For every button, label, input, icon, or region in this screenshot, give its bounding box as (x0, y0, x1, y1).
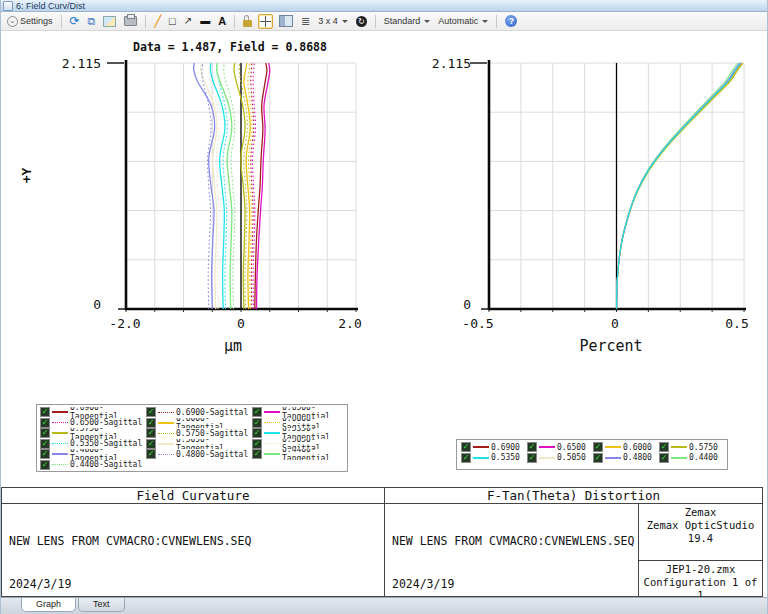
wavelength-checkbox-icon[interactable]: ✓ (527, 453, 537, 463)
curve-0.6500-Tangential (257, 63, 270, 309)
wavelength-checkbox-icon[interactable]: ✓ (146, 428, 156, 438)
grid-size-label: 3 x 4 (318, 16, 338, 26)
legend-item: ✓0.6900 (461, 442, 527, 453)
legend-line-sample (264, 453, 280, 455)
lock-button[interactable] (241, 15, 254, 28)
legend-line-sample (158, 443, 174, 445)
legend-item: ✓0.4400 (659, 453, 725, 464)
printer-icon (124, 16, 137, 26)
legend-label: 0.4800-Tangential (70, 449, 146, 460)
view-tabbar: Graph Text (1, 597, 767, 614)
dash-tool-icon: ▬ (200, 16, 210, 26)
legend-label: 0.5050-Sagittal (282, 439, 346, 450)
refresh-icon: ⟳ (70, 15, 80, 27)
dropdown-arrow-icon (482, 20, 488, 23)
split-view-button[interactable] (258, 14, 273, 29)
info-line: NEW LENS FROM CVMACRO:CVNEWLENS.SEQ (9, 534, 334, 548)
window-layout-button[interactable] (277, 14, 295, 28)
x-axis-title: Percent (551, 337, 671, 355)
wavelength-checkbox-icon[interactable]: ✓ (40, 418, 50, 428)
refresh-button[interactable]: ⟳ (68, 14, 82, 28)
wavelength-checkbox-icon[interactable]: ✓ (40, 407, 50, 417)
legend-line-sample (52, 453, 68, 455)
titlebar[interactable]: 6: Field Curv/Dist (1, 0, 767, 12)
settings-dropdown[interactable]: ⌄ Settings (5, 15, 55, 28)
arrow-tool-icon: ↗ (184, 16, 192, 26)
history-button[interactable]: ↻ (354, 15, 369, 28)
wavelength-checkbox-icon[interactable]: ✓ (252, 449, 262, 459)
grid-size-dropdown[interactable]: 3 x 4 (316, 15, 350, 27)
legend-line-sample (158, 422, 174, 424)
wavelength-checkbox-icon[interactable]: ✓ (146, 439, 156, 449)
wavelength-checkbox-icon[interactable]: ✓ (252, 439, 262, 449)
legend-line-sample (52, 443, 68, 444)
wavelength-checkbox-icon[interactable]: ✓ (40, 449, 50, 459)
stack-button[interactable]: ≣ (299, 15, 312, 27)
draw-arrow-button[interactable]: ↗ (182, 15, 194, 27)
print-button[interactable] (122, 15, 139, 27)
wavelength-checkbox-icon[interactable]: ✓ (252, 407, 262, 417)
add-text-button[interactable]: A (216, 15, 228, 28)
legend-label: 0.5050-Tangential (176, 439, 252, 450)
y-axis-max-label: 2.115 (53, 56, 101, 71)
copy-button[interactable]: ⧉ (86, 15, 98, 28)
toolbar-separator (375, 15, 376, 28)
legend-item: ✓0.6000-Tangential (146, 418, 252, 429)
toolbar-separator (61, 15, 62, 28)
legend-line-sample (158, 433, 174, 434)
distortion-curve-0.6000 (617, 63, 743, 309)
wavelength-checkbox-icon[interactable]: ✓ (146, 449, 156, 459)
legend-grid: ✓0.6900-Tangential✓0.6900-Sagittal✓0.650… (40, 407, 344, 470)
x-tick-label: -2.0 (95, 316, 155, 331)
wavelength-checkbox-icon[interactable]: ✓ (40, 428, 50, 438)
standard-dropdown[interactable]: Standard (382, 15, 433, 27)
wavelength-checkbox-icon[interactable]: ✓ (659, 453, 669, 463)
y-axis-max-label: 2.115 (423, 56, 471, 71)
legend-item: ✓0.5050-Tangential (146, 439, 252, 450)
tab-text[interactable]: Text (78, 598, 125, 612)
four-panes-icon (260, 16, 271, 27)
tab-graph[interactable]: Graph (21, 598, 76, 612)
help-button[interactable]: ? (503, 14, 519, 28)
legend-label: 0.6500 (557, 443, 586, 452)
info-line: NEW LENS FROM CVMACRO:CVNEWLENS.SEQ (392, 534, 634, 548)
legend-item: ✓0.6900-Tangential (40, 407, 146, 418)
distortion-legend: ✓0.6900✓0.6500✓0.6000✓0.5750✓0.5350✓0.50… (456, 439, 728, 470)
wavelength-checkbox-icon[interactable]: ✓ (40, 460, 50, 470)
y-axis-min-label: 0 (446, 297, 471, 312)
analysis-window: 6: Field Curv/Dist ⌄ Settings ⟳ ⧉ ╱ □ ↗ … (0, 0, 768, 614)
wavelength-checkbox-icon[interactable]: ✓ (461, 453, 471, 463)
legend-item: ✓0.5050 (527, 453, 593, 464)
wavelength-checkbox-icon[interactable]: ✓ (593, 442, 603, 452)
wavelength-checkbox-icon[interactable]: ✓ (252, 418, 262, 428)
draw-dash-button[interactable]: ▬ (198, 15, 212, 27)
dropdown-arrow-icon (424, 20, 430, 23)
wavelength-checkbox-icon[interactable]: ✓ (659, 442, 669, 452)
window-title: 6: Field Curv/Dist (16, 1, 85, 11)
wavelength-checkbox-icon[interactable]: ✓ (40, 439, 50, 449)
legend-item: ✓0.4800-Tangential (40, 449, 146, 460)
legend-item: ✓0.5350-Tangential (252, 428, 346, 439)
wavelength-checkbox-icon[interactable]: ✓ (593, 453, 603, 463)
legend-line-sample (473, 446, 489, 448)
wavelength-checkbox-icon[interactable]: ✓ (527, 442, 537, 452)
legend-label: 0.4800-Sagittal (176, 450, 248, 459)
draw-line-button[interactable]: ╱ (152, 15, 163, 28)
save-image-button[interactable] (101, 15, 118, 28)
toolbar-separator (145, 15, 146, 28)
x-tick-label: 0 (211, 316, 271, 331)
distortion-curve-0.4400 (617, 63, 738, 309)
legend-label: 0.6500-Sagittal (70, 418, 142, 427)
distortion-curve-0.5350 (617, 63, 741, 309)
wavelength-checkbox-icon[interactable]: ✓ (146, 418, 156, 428)
legend-item: ✓0.4400-Tangential (252, 449, 346, 460)
field-curvature-plot (1, 31, 401, 361)
wavelength-checkbox-icon[interactable]: ✓ (146, 407, 156, 417)
wavelength-checkbox-icon[interactable]: ✓ (461, 442, 471, 452)
curve-0.5750-Tangential (234, 63, 245, 309)
draw-rectangle-button[interactable]: □ (167, 15, 178, 28)
legend-grid: ✓0.6900✓0.6500✓0.6000✓0.5750✓0.5350✓0.50… (461, 442, 723, 463)
automatic-dropdown[interactable]: Automatic (436, 15, 490, 27)
wavelength-checkbox-icon[interactable]: ✓ (252, 428, 262, 438)
legend-label: 0.5750-Sagittal (176, 429, 248, 438)
